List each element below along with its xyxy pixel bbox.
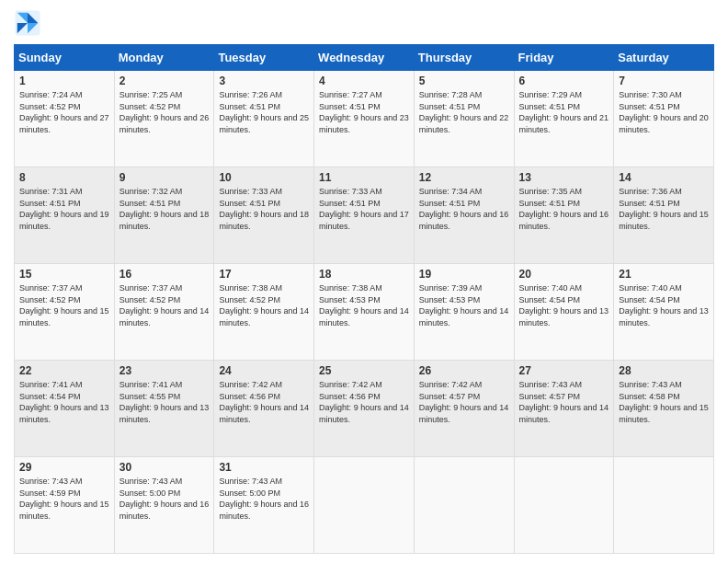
calendar-cell (414, 457, 514, 554)
day-info: Sunrise: 7:38 AMSunset: 4:53 PMDaylight:… (319, 282, 409, 328)
day-number: 1 (19, 75, 109, 87)
calendar-cell (514, 457, 614, 554)
day-number: 18 (319, 268, 409, 281)
header (14, 9, 714, 37)
day-info: Sunrise: 7:38 AMSunset: 4:52 PMDaylight:… (219, 282, 309, 328)
day-info: Sunrise: 7:33 AMSunset: 4:51 PMDaylight:… (219, 186, 309, 232)
day-number: 14 (619, 171, 709, 184)
header-row: SundayMondayTuesdayWednesdayThursdayFrid… (15, 45, 714, 71)
day-info: Sunrise: 7:26 AMSunset: 4:51 PMDaylight:… (219, 89, 309, 135)
page: SundayMondayTuesdayWednesdayThursdayFrid… (0, 0, 728, 563)
calendar-cell: 12Sunrise: 7:34 AMSunset: 4:51 PMDayligh… (414, 167, 514, 264)
day-number: 23 (119, 364, 210, 377)
day-number: 26 (419, 364, 509, 377)
day-number: 30 (119, 461, 210, 474)
day-info: Sunrise: 7:36 AMSunset: 4:51 PMDaylight:… (619, 186, 709, 232)
calendar-table: SundayMondayTuesdayWednesdayThursdayFrid… (14, 44, 714, 554)
logo (14, 9, 45, 37)
calendar-cell: 7Sunrise: 7:30 AMSunset: 4:51 PMDaylight… (614, 71, 714, 167)
day-number: 21 (619, 268, 709, 281)
day-number: 4 (319, 75, 409, 87)
calendar-cell: 4Sunrise: 7:27 AMSunset: 4:51 PMDaylight… (314, 71, 415, 167)
day-info: Sunrise: 7:32 AMSunset: 4:51 PMDaylight:… (119, 186, 210, 232)
day-number: 17 (219, 268, 309, 281)
calendar-cell: 20Sunrise: 7:40 AMSunset: 4:54 PMDayligh… (514, 264, 614, 361)
day-number: 9 (119, 171, 210, 184)
day-number: 7 (619, 75, 709, 87)
day-number: 8 (19, 171, 109, 184)
day-info: Sunrise: 7:43 AMSunset: 4:57 PMDaylight:… (519, 379, 609, 425)
day-info: Sunrise: 7:31 AMSunset: 4:51 PMDaylight:… (19, 186, 109, 232)
day-info: Sunrise: 7:43 AMSunset: 4:58 PMDaylight:… (619, 379, 709, 425)
logo-icon (14, 9, 41, 37)
calendar-cell: 24Sunrise: 7:42 AMSunset: 4:56 PMDayligh… (214, 361, 314, 457)
calendar-cell: 23Sunrise: 7:41 AMSunset: 4:55 PMDayligh… (114, 361, 214, 457)
day-number: 20 (519, 268, 609, 281)
day-number: 5 (419, 75, 509, 87)
day-info: Sunrise: 7:42 AMSunset: 4:57 PMDaylight:… (419, 379, 509, 425)
calendar-cell: 2Sunrise: 7:25 AMSunset: 4:52 PMDaylight… (114, 71, 214, 167)
day-number: 2 (119, 75, 210, 87)
calendar-cell (614, 457, 714, 554)
day-number: 29 (19, 461, 109, 474)
week-row-1: 1Sunrise: 7:24 AMSunset: 4:52 PMDaylight… (15, 71, 714, 167)
calendar-cell: 9Sunrise: 7:32 AMSunset: 4:51 PMDaylight… (114, 167, 214, 264)
day-info: Sunrise: 7:33 AMSunset: 4:51 PMDaylight:… (319, 186, 409, 232)
calendar-body: 1Sunrise: 7:24 AMSunset: 4:52 PMDaylight… (15, 71, 714, 554)
day-number: 10 (219, 171, 309, 184)
day-number: 19 (419, 268, 509, 281)
day-number: 12 (419, 171, 509, 184)
calendar-cell: 31Sunrise: 7:43 AMSunset: 5:00 PMDayligh… (214, 457, 314, 554)
day-info: Sunrise: 7:42 AMSunset: 4:56 PMDaylight:… (219, 379, 309, 425)
calendar-cell: 17Sunrise: 7:38 AMSunset: 4:52 PMDayligh… (214, 264, 314, 361)
day-info: Sunrise: 7:37 AMSunset: 4:52 PMDaylight:… (19, 282, 109, 328)
calendar-cell: 26Sunrise: 7:42 AMSunset: 4:57 PMDayligh… (414, 361, 514, 457)
calendar-cell: 22Sunrise: 7:41 AMSunset: 4:54 PMDayligh… (15, 361, 115, 457)
header-day-saturday: Saturday (614, 45, 714, 71)
day-number: 3 (219, 75, 309, 87)
calendar-cell: 10Sunrise: 7:33 AMSunset: 4:51 PMDayligh… (214, 167, 314, 264)
week-row-3: 15Sunrise: 7:37 AMSunset: 4:52 PMDayligh… (15, 264, 714, 361)
day-info: Sunrise: 7:43 AMSunset: 5:00 PMDaylight:… (219, 476, 309, 522)
calendar-header: SundayMondayTuesdayWednesdayThursdayFrid… (15, 45, 714, 71)
day-info: Sunrise: 7:43 AMSunset: 4:59 PMDaylight:… (19, 476, 109, 522)
day-number: 16 (119, 268, 210, 281)
week-row-4: 22Sunrise: 7:41 AMSunset: 4:54 PMDayligh… (15, 361, 714, 457)
day-number: 24 (219, 364, 309, 377)
day-info: Sunrise: 7:41 AMSunset: 4:54 PMDaylight:… (19, 379, 109, 425)
week-row-5: 29Sunrise: 7:43 AMSunset: 4:59 PMDayligh… (15, 457, 714, 554)
day-info: Sunrise: 7:42 AMSunset: 4:56 PMDaylight:… (319, 379, 409, 425)
day-number: 25 (319, 364, 409, 377)
day-info: Sunrise: 7:43 AMSunset: 5:00 PMDaylight:… (119, 476, 210, 522)
calendar-cell: 1Sunrise: 7:24 AMSunset: 4:52 PMDaylight… (15, 71, 115, 167)
day-info: Sunrise: 7:24 AMSunset: 4:52 PMDaylight:… (19, 89, 109, 135)
calendar-cell: 27Sunrise: 7:43 AMSunset: 4:57 PMDayligh… (514, 361, 614, 457)
calendar-cell: 25Sunrise: 7:42 AMSunset: 4:56 PMDayligh… (314, 361, 415, 457)
day-number: 6 (519, 75, 609, 87)
header-day-tuesday: Tuesday (214, 45, 314, 71)
day-number: 31 (219, 461, 309, 474)
day-number: 15 (19, 268, 109, 281)
calendar-cell: 28Sunrise: 7:43 AMSunset: 4:58 PMDayligh… (614, 361, 714, 457)
calendar-cell: 11Sunrise: 7:33 AMSunset: 4:51 PMDayligh… (314, 167, 415, 264)
calendar-cell: 18Sunrise: 7:38 AMSunset: 4:53 PMDayligh… (314, 264, 415, 361)
day-number: 22 (19, 364, 109, 377)
day-number: 13 (519, 171, 609, 184)
day-info: Sunrise: 7:40 AMSunset: 4:54 PMDaylight:… (519, 282, 609, 328)
day-info: Sunrise: 7:34 AMSunset: 4:51 PMDaylight:… (419, 186, 509, 232)
calendar-cell: 30Sunrise: 7:43 AMSunset: 5:00 PMDayligh… (114, 457, 214, 554)
day-info: Sunrise: 7:35 AMSunset: 4:51 PMDaylight:… (519, 186, 609, 232)
day-info: Sunrise: 7:28 AMSunset: 4:51 PMDaylight:… (419, 89, 509, 135)
calendar-cell: 21Sunrise: 7:40 AMSunset: 4:54 PMDayligh… (614, 264, 714, 361)
calendar-cell: 5Sunrise: 7:28 AMSunset: 4:51 PMDaylight… (414, 71, 514, 167)
calendar-cell: 15Sunrise: 7:37 AMSunset: 4:52 PMDayligh… (15, 264, 115, 361)
calendar-cell: 8Sunrise: 7:31 AMSunset: 4:51 PMDaylight… (15, 167, 115, 264)
week-row-2: 8Sunrise: 7:31 AMSunset: 4:51 PMDaylight… (15, 167, 714, 264)
day-info: Sunrise: 7:41 AMSunset: 4:55 PMDaylight:… (119, 379, 210, 425)
day-number: 11 (319, 171, 409, 184)
calendar-cell: 3Sunrise: 7:26 AMSunset: 4:51 PMDaylight… (214, 71, 314, 167)
day-info: Sunrise: 7:27 AMSunset: 4:51 PMDaylight:… (319, 89, 409, 135)
calendar-cell: 13Sunrise: 7:35 AMSunset: 4:51 PMDayligh… (514, 167, 614, 264)
calendar-cell: 6Sunrise: 7:29 AMSunset: 4:51 PMDaylight… (514, 71, 614, 167)
day-number: 27 (519, 364, 609, 377)
